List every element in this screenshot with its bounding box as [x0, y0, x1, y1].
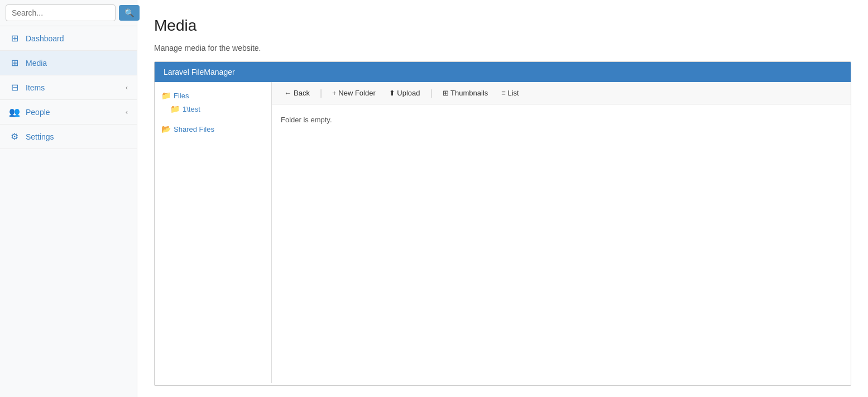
thumbnails-button[interactable]: ⊞ Thumbnails	[437, 87, 494, 99]
new-folder-button[interactable]: + New Folder	[327, 87, 381, 99]
back-label: Back	[294, 89, 310, 97]
tree-label-files: Files	[174, 92, 189, 100]
tree-item-files[interactable]: 📁 Files	[160, 89, 266, 102]
tree-label-shared: Shared Files	[174, 125, 214, 133]
back-button[interactable]: ← Back	[279, 87, 315, 99]
back-icon: ←	[284, 89, 291, 97]
search-button[interactable]: 🔍	[119, 5, 140, 21]
sidebar-label-dashboard: Dashboard	[26, 34, 64, 43]
thumbnails-label: ⊞ Thumbnails	[443, 89, 488, 97]
sidebar-label-people: People	[26, 108, 50, 117]
items-icon: ⊟	[9, 82, 20, 93]
file-toolbar: ← Back | + New Folder ⬆ Upload | ⊞ Thumb…	[272, 82, 851, 104]
new-folder-label: + New Folder	[332, 89, 376, 97]
chevron-people-icon: ‹	[126, 108, 128, 116]
list-label: ≡ List	[501, 89, 519, 97]
tree-item-test[interactable]: 📁 1\test	[169, 102, 266, 116]
page-title: Media	[154, 17, 851, 35]
sidebar-label-media: Media	[26, 59, 47, 68]
file-empty-message: Folder is empty.	[272, 104, 851, 135]
search-input[interactable]	[6, 4, 116, 21]
folder-icon: 📁	[161, 91, 171, 100]
search-bar: 🔍	[0, 0, 137, 26]
tree-separator	[160, 116, 266, 122]
sidebar-item-settings[interactable]: ⚙ Settings	[0, 125, 137, 149]
filemanager-panel: Laravel FileManager 📁 Files 📁 1\test 📂	[154, 61, 851, 386]
tree-sub: 📁 1\test	[160, 102, 266, 116]
tree-label-test: 1\test	[183, 105, 200, 113]
search-icon: 🔍	[124, 8, 134, 17]
list-button[interactable]: ≡ List	[496, 87, 524, 99]
sidebar-label-settings: Settings	[26, 132, 54, 141]
dashboard-icon: ⊞	[9, 33, 20, 44]
upload-button[interactable]: ⬆ Upload	[383, 87, 426, 99]
sidebar-item-media[interactable]: ⊞ Media	[0, 51, 137, 75]
filemanager-header: Laravel FileManager	[155, 62, 851, 82]
main-content: Media Manage media for the website. Lara…	[137, 0, 868, 397]
upload-label: ⬆ Upload	[389, 89, 420, 97]
page-subtitle: Manage media for the website.	[154, 44, 851, 52]
sidebar-item-people[interactable]: 👥 People ‹	[0, 100, 137, 125]
sidebar-label-items: Items	[26, 83, 45, 92]
chevron-items-icon: ‹	[126, 84, 128, 92]
filemanager-body: 📁 Files 📁 1\test 📂 Shared Files	[155, 82, 851, 383]
people-icon: 👥	[9, 107, 20, 117]
separator-2: |	[428, 88, 435, 98]
settings-icon: ⚙	[9, 131, 20, 142]
sidebar-item-items[interactable]: ⊟ Items ‹	[0, 75, 137, 100]
shared-folder-icon: 📂	[161, 125, 171, 133]
subfolder-icon: 📁	[170, 104, 180, 113]
tree-item-shared[interactable]: 📂 Shared Files	[160, 122, 266, 136]
media-icon: ⊞	[9, 58, 20, 68]
sidebar: 🔍 ⊞ Dashboard ⊞ Media ⊟ Items ‹ 👥 People…	[0, 0, 137, 397]
sidebar-item-dashboard[interactable]: ⊞ Dashboard	[0, 26, 137, 51]
separator-1: |	[318, 88, 324, 98]
file-tree: 📁 Files 📁 1\test 📂 Shared Files	[155, 82, 272, 383]
file-content: ← Back | + New Folder ⬆ Upload | ⊞ Thumb…	[272, 82, 851, 383]
